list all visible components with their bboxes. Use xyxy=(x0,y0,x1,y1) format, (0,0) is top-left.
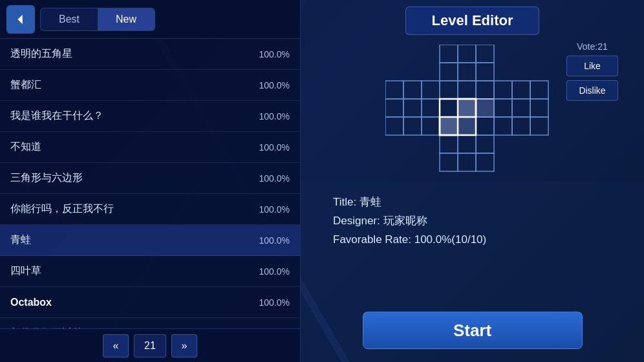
svg-rect-19 xyxy=(440,99,458,117)
list-item-title: 透明的五角星 xyxy=(10,47,72,61)
svg-marker-0 xyxy=(17,14,22,24)
dislike-button[interactable]: Dislike xyxy=(566,80,618,101)
favorable-value-text: 100.0%(10/10) xyxy=(414,233,487,246)
svg-rect-4 xyxy=(440,63,458,81)
current-page: 21 xyxy=(134,334,166,357)
svg-rect-18 xyxy=(422,99,440,117)
next-page-button[interactable]: » xyxy=(171,334,197,357)
preview-area: Vote:21 Like Dislike xyxy=(314,41,631,184)
list-item-title: 你能行吗，反正我不行 xyxy=(10,202,114,216)
svg-rect-10 xyxy=(440,81,458,99)
list-item[interactable]: 三角形与六边形100.0% xyxy=(0,163,300,194)
pagination: « 21 » xyxy=(0,328,300,362)
svg-rect-32 xyxy=(512,117,530,135)
svg-rect-2 xyxy=(458,45,476,63)
list-item-title: Octabox xyxy=(10,297,52,308)
svg-rect-26 xyxy=(403,117,422,135)
svg-rect-41 xyxy=(458,99,476,117)
title-label: Title: xyxy=(333,196,356,208)
list-item[interactable]: 不知道100.0% xyxy=(0,132,300,163)
list-item-title: 四叶草 xyxy=(10,264,41,278)
svg-rect-14 xyxy=(512,81,530,99)
level-grid-svg xyxy=(385,45,560,180)
svg-rect-12 xyxy=(476,81,494,99)
prev-page-button[interactable]: « xyxy=(103,334,129,357)
like-button[interactable]: Like xyxy=(566,56,618,76)
svg-rect-1 xyxy=(440,45,458,63)
start-button[interactable]: Start xyxy=(363,312,583,349)
list-item-score: 100.0% xyxy=(259,266,290,277)
svg-rect-30 xyxy=(476,117,494,135)
list-item-score: 100.0% xyxy=(259,235,290,246)
favorable-label: Favorable Rate: xyxy=(333,233,411,246)
list-item-score: 100.0% xyxy=(259,297,290,308)
svg-rect-37 xyxy=(440,153,458,171)
right-panel: Level Editor xyxy=(301,0,644,362)
header: Best New xyxy=(0,0,300,39)
list-item-score: 100.0% xyxy=(259,204,290,215)
svg-rect-9 xyxy=(422,81,440,99)
svg-rect-25 xyxy=(385,117,403,135)
svg-rect-27 xyxy=(422,117,440,135)
tab-new[interactable]: New xyxy=(98,8,155,30)
svg-rect-8 xyxy=(403,81,422,99)
list-item[interactable]: 透明的五角星100.0% xyxy=(0,39,300,70)
svg-rect-39 xyxy=(476,153,494,171)
svg-rect-33 xyxy=(530,117,548,135)
left-panel: Best New 透明的五角星100.0%蟹都汇100.0%我是谁我在干什么？1… xyxy=(0,0,301,362)
list-item-title: 三角形与六边形 xyxy=(10,171,83,185)
title-value-text: 青蛙 xyxy=(360,196,381,208)
list-item-title: 我是谁我在干什么？ xyxy=(10,109,103,123)
designer-info: Designer: 玩家昵称 xyxy=(333,212,631,231)
level-info: Title: 青蛙 Designer: 玩家昵称 Favorable Rate:… xyxy=(314,193,631,250)
svg-rect-35 xyxy=(458,135,476,153)
tab-group: Best New xyxy=(40,8,155,31)
list-item-title: 不知道 xyxy=(10,140,41,154)
svg-rect-29 xyxy=(458,117,476,135)
svg-rect-22 xyxy=(494,99,512,117)
svg-rect-11 xyxy=(458,81,476,99)
svg-rect-21 xyxy=(476,99,494,117)
svg-rect-24 xyxy=(530,99,548,117)
vote-count: Vote:21 xyxy=(577,41,608,52)
list-item-score: 100.0% xyxy=(259,173,290,184)
svg-rect-38 xyxy=(458,153,476,171)
svg-rect-16 xyxy=(385,99,403,117)
list-item-title: 蟹都汇 xyxy=(10,78,41,92)
svg-rect-31 xyxy=(494,117,512,135)
svg-rect-3 xyxy=(476,45,494,63)
list-item-score: 100.0% xyxy=(259,49,290,59)
list-item[interactable]: Octabox100.0% xyxy=(0,287,300,318)
svg-rect-5 xyxy=(458,63,476,81)
favorable-info: Favorable Rate: 100.0%(10/10) xyxy=(333,231,631,250)
list-item[interactable]: 蟹都汇100.0% xyxy=(0,70,300,101)
svg-rect-6 xyxy=(476,63,494,81)
list-item-score: 100.0% xyxy=(259,111,290,122)
svg-rect-42 xyxy=(440,117,458,135)
designer-value-text: 玩家昵称 xyxy=(383,215,427,227)
svg-rect-23 xyxy=(512,99,530,117)
list-item-score: 100.0% xyxy=(259,80,290,90)
list-item[interactable]: 相信你们可以的100.0% xyxy=(0,318,300,328)
list-item[interactable]: 青蛙100.0% xyxy=(0,225,300,256)
vote-panel: Vote:21 Like Dislike xyxy=(566,41,618,101)
svg-rect-13 xyxy=(494,81,512,99)
svg-rect-36 xyxy=(476,135,494,153)
list-item[interactable]: 我是谁我在干什么？100.0% xyxy=(0,101,300,132)
tab-best[interactable]: Best xyxy=(41,8,98,30)
svg-rect-7 xyxy=(385,81,403,99)
designer-label: Designer: xyxy=(333,215,380,227)
level-editor-title: Level Editor xyxy=(405,6,540,35)
list-item[interactable]: 你能行吗，反正我不行100.0% xyxy=(0,194,300,225)
title-info: Title: 青蛙 xyxy=(333,193,631,212)
svg-rect-17 xyxy=(403,99,422,117)
list-item-title: 青蛙 xyxy=(10,233,31,247)
svg-rect-34 xyxy=(440,135,458,153)
back-button[interactable] xyxy=(6,5,35,34)
grid-preview xyxy=(382,41,563,184)
list-item-score: 100.0% xyxy=(259,142,290,153)
list-item[interactable]: 四叶草100.0% xyxy=(0,256,300,287)
level-list: 透明的五角星100.0%蟹都汇100.0%我是谁我在干什么？100.0%不知道1… xyxy=(0,39,300,328)
svg-rect-15 xyxy=(530,81,548,99)
